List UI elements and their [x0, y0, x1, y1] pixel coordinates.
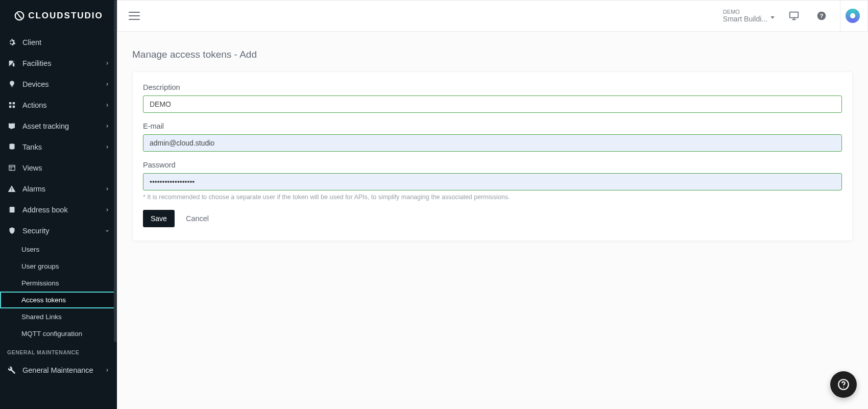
sidebar-sub-users[interactable]: Users — [0, 241, 117, 258]
gear-icon — [7, 38, 16, 47]
email-input[interactable] — [143, 134, 842, 152]
description-label: Description — [143, 83, 842, 91]
page-title: Manage access tokens - Add — [132, 49, 853, 60]
chevron-right-icon — [105, 145, 110, 150]
sidebar-item-label: Views — [22, 164, 42, 172]
sidebar-sub-user-groups[interactable]: User groups — [0, 258, 117, 275]
topbar: DEMO Smart Buildi... ? — [117, 0, 868, 32]
description-input[interactable] — [143, 95, 842, 113]
sidebar-item-views[interactable]: Views — [0, 157, 117, 178]
shield-icon — [7, 226, 16, 235]
tenant-switcher[interactable]: DEMO Smart Buildi... — [723, 9, 775, 23]
display-button[interactable] — [783, 5, 805, 27]
sidebar-item-label: Facilities — [22, 59, 51, 67]
svg-rect-6 — [9, 165, 14, 171]
database-icon — [7, 142, 16, 152]
content: Manage access tokens - Add Description E… — [117, 32, 868, 261]
sidebar-sub-shared-links[interactable]: Shared Links — [0, 308, 117, 325]
sidebar-sub-mqtt[interactable]: MQTT configuration — [0, 325, 117, 342]
caret-down-icon — [770, 16, 775, 19]
chevron-right-icon — [105, 207, 110, 212]
help-circle-icon: ? — [816, 11, 827, 21]
sidebar-item-tanks[interactable]: Tanks — [0, 136, 117, 157]
sidebar-item-address-book[interactable]: Address book — [0, 199, 117, 220]
floating-help-button[interactable] — [830, 371, 857, 398]
chevron-right-icon — [105, 124, 110, 129]
sidebar-item-devices[interactable]: Devices — [0, 74, 117, 94]
chevron-right-icon — [105, 186, 110, 191]
layout-icon — [7, 163, 16, 173]
monitor-icon — [788, 10, 800, 21]
brand-name: CLOUDSTUDIO — [28, 11, 103, 21]
sidebar-item-label: Alarms — [22, 185, 45, 193]
hamburger-button[interactable] — [127, 8, 142, 23]
sidebar-sub-permissions[interactable]: Permissions — [0, 275, 117, 292]
brand-logo[interactable]: CLOUDSTUDIO — [0, 0, 117, 32]
sidebar-item-label: Actions — [22, 101, 47, 109]
sidebar-item-actions[interactable]: Actions — [0, 94, 117, 115]
sidebar-section-general-maintenance: GENERAL MAINTENANCE — [0, 342, 117, 359]
wrench-icon — [7, 366, 16, 375]
sidebar-item-label: Asset tracking — [22, 122, 69, 130]
chevron-down-icon — [105, 228, 110, 233]
grid-icon — [7, 101, 16, 110]
chevron-right-icon — [105, 82, 110, 87]
user-avatar-button[interactable] — [840, 0, 864, 32]
contacts-icon — [7, 205, 16, 214]
sidebar-item-alarms[interactable]: Alarms — [0, 178, 117, 199]
alert-icon — [7, 184, 16, 194]
sidebar-sub-label: MQTT configuration — [21, 330, 82, 338]
sidebar-item-label: Tanks — [22, 143, 42, 151]
sidebar-item-facilities[interactable]: Facilities — [0, 53, 117, 74]
logo-mark-icon — [14, 10, 25, 21]
password-input[interactable] — [143, 173, 842, 190]
svg-point-11 — [843, 387, 844, 388]
sidebar-item-security[interactable]: Security — [0, 220, 117, 241]
sidebar-item-label: General Maintenance — [22, 366, 93, 374]
map-icon — [7, 122, 16, 131]
svg-rect-7 — [790, 12, 799, 18]
sidebar-item-general-maintenance[interactable]: General Maintenance — [0, 359, 117, 380]
save-button[interactable]: Save — [143, 210, 175, 227]
sidebar-sub-access-tokens[interactable]: Access tokens — [0, 292, 117, 308]
bulb-icon — [7, 80, 16, 89]
email-label: E-mail — [143, 122, 842, 130]
sidebar-item-label: Devices — [22, 80, 49, 88]
sidebar-item-client[interactable]: Client — [0, 32, 117, 53]
cancel-button[interactable]: Cancel — [184, 211, 211, 226]
svg-text:?: ? — [819, 12, 823, 19]
main-area: DEMO Smart Buildi... ? Manage access tok… — [117, 0, 868, 409]
svg-rect-4 — [12, 106, 14, 108]
chevron-right-icon — [105, 61, 110, 66]
sidebar-item-label: Security — [22, 227, 49, 235]
sidebar-sub-label: Access tokens — [21, 296, 66, 304]
help-button[interactable]: ? — [810, 5, 833, 27]
sidebar-sub-label: Users — [21, 246, 39, 253]
building-icon — [7, 59, 16, 68]
helper-text: * It is recommended to choose a separate… — [143, 194, 842, 201]
sidebar-sub-label: Shared Links — [21, 313, 62, 321]
primary-nav: Client Facilities Devices — [0, 32, 117, 409]
svg-rect-2 — [12, 102, 14, 104]
chevron-right-icon — [105, 103, 110, 108]
sidebar-item-label: Address book — [22, 206, 68, 214]
sidebar: CLOUDSTUDIO Client Facilities Devices — [0, 0, 117, 409]
sidebar-sub-label: Permissions — [21, 279, 59, 287]
tenant-name: DEMO — [723, 9, 740, 15]
tenant-context: Smart Buildi... — [723, 15, 767, 23]
password-label: Password — [143, 161, 842, 169]
form-card: Description E-mail Password * It is reco… — [132, 71, 853, 241]
avatar-icon — [846, 9, 860, 23]
svg-rect-1 — [9, 102, 11, 104]
sidebar-item-asset-tracking[interactable]: Asset tracking — [0, 115, 117, 136]
chevron-right-icon — [105, 368, 110, 373]
svg-rect-3 — [9, 106, 11, 108]
help-circle-outline-icon — [837, 378, 850, 391]
sidebar-item-label: Client — [22, 38, 41, 46]
sidebar-sub-label: User groups — [21, 262, 59, 270]
